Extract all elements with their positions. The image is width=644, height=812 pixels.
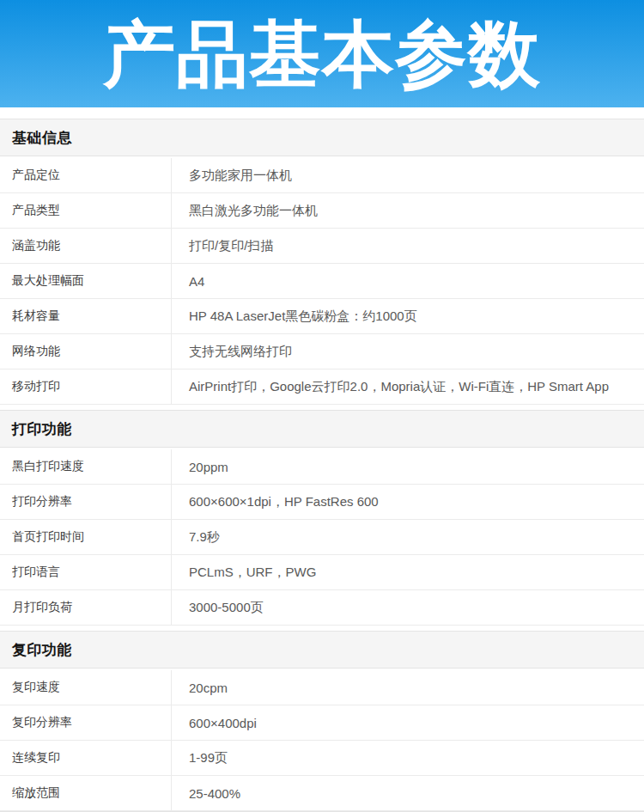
section-header: 基础信息 — [0, 119, 644, 156]
spec-label: 连续复印 — [0, 741, 172, 775]
section-header: 打印功能 — [0, 410, 644, 448]
section-rows: 黑白打印速度 20ppm 打印分辨率 600×600×1dpi，HP FastR… — [0, 449, 644, 626]
spec-label: 复印分辨率 — [0, 705, 172, 740]
spec-row: 月打印负荷 3000-5000页 — [0, 590, 644, 626]
spec-label: 产品定位 — [0, 158, 172, 192]
spec-section: 复印功能 复印速度 20cpm 复印分辨率 600×400dpi 连续复印 1-… — [0, 631, 644, 811]
spec-value: PCLmS，URF，PWG — [172, 555, 644, 589]
spec-value: 1-99页 — [172, 741, 644, 775]
spec-section: 打印功能 黑白打印速度 20ppm 打印分辨率 600×600×1dpi，HP … — [0, 410, 644, 626]
spec-value: 20ppm — [172, 449, 644, 484]
spec-label: 涵盖功能 — [0, 229, 172, 263]
section-rows: 复印速度 20cpm 复印分辨率 600×400dpi 连续复印 1-99页 缩… — [0, 670, 644, 811]
spec-label: 黑白打印速度 — [0, 449, 172, 484]
spec-value: 25-400% — [172, 776, 644, 810]
spec-label: 耗材容量 — [0, 299, 172, 333]
spec-label: 月打印负荷 — [0, 590, 172, 625]
spec-label: 打印分辨率 — [0, 485, 172, 519]
spec-value: 20cpm — [172, 670, 644, 705]
product-spec-page: 产品基本参数 基础信息 产品定位 多功能家用一体机 产品类型 黑白激光多功能一体… — [0, 0, 644, 812]
spec-label: 产品类型 — [0, 193, 172, 228]
spec-row: 复印速度 20cpm — [0, 670, 644, 705]
spec-value: 黑白激光多功能一体机 — [172, 193, 644, 228]
spec-label: 移动打印 — [0, 369, 172, 404]
section-rows: 产品定位 多功能家用一体机 产品类型 黑白激光多功能一体机 涵盖功能 打印/复印… — [0, 158, 644, 405]
spec-label: 打印语言 — [0, 555, 172, 589]
spec-label: 缩放范围 — [0, 776, 172, 810]
section-title: 基础信息 — [12, 128, 72, 148]
spec-label: 复印速度 — [0, 670, 172, 705]
spec-row: 打印语言 PCLmS，URF，PWG — [0, 555, 644, 590]
spec-row: 黑白打印速度 20ppm — [0, 449, 644, 485]
spec-label: 首页打印时间 — [0, 520, 172, 554]
spec-row: 耗材容量 HP 48A LaserJet黑色碳粉盒：约1000页 — [0, 299, 644, 334]
spec-row: 连续复印 1-99页 — [0, 741, 644, 776]
spec-row: 首页打印时间 7.9秒 — [0, 520, 644, 555]
spec-value: AirPrint打印，Google云打印2.0，Mopria认证，Wi-Fi直连… — [172, 369, 644, 404]
spec-value: 600×600×1dpi，HP FastRes 600 — [172, 485, 644, 519]
spec-label: 网络功能 — [0, 334, 172, 369]
banner: 产品基本参数 — [0, 0, 644, 107]
spec-value: 3000-5000页 — [172, 590, 644, 625]
spec-row: 缩放范围 25-400% — [0, 776, 644, 811]
spec-value: 打印/复印/扫描 — [172, 229, 644, 263]
spec-value: 7.9秒 — [172, 520, 644, 554]
spec-label: 最大处理幅面 — [0, 264, 172, 298]
spec-row: 涵盖功能 打印/复印/扫描 — [0, 229, 644, 264]
spec-row: 产品定位 多功能家用一体机 — [0, 158, 644, 193]
spec-row: 打印分辨率 600×600×1dpi，HP FastRes 600 — [0, 485, 644, 520]
spec-row: 产品类型 黑白激光多功能一体机 — [0, 193, 644, 229]
spec-row: 最大处理幅面 A4 — [0, 264, 644, 299]
spec-row: 复印分辨率 600×400dpi — [0, 705, 644, 741]
section-title: 复印功能 — [12, 640, 72, 660]
spec-value: 支持无线网络打印 — [172, 334, 644, 369]
spec-value: A4 — [172, 264, 644, 298]
spec-value: 600×400dpi — [172, 705, 644, 740]
page-title: 产品基本参数 — [103, 18, 541, 90]
spec-row: 移动打印 AirPrint打印，Google云打印2.0，Mopria认证，Wi… — [0, 369, 644, 405]
spec-section: 基础信息 产品定位 多功能家用一体机 产品类型 黑白激光多功能一体机 涵盖功能 … — [0, 119, 644, 405]
section-header: 复印功能 — [0, 631, 644, 669]
spec-value: HP 48A LaserJet黑色碳粉盒：约1000页 — [172, 299, 644, 333]
spec-table: 基础信息 产品定位 多功能家用一体机 产品类型 黑白激光多功能一体机 涵盖功能 … — [0, 107, 644, 811]
spec-row: 网络功能 支持无线网络打印 — [0, 334, 644, 369]
spec-value: 多功能家用一体机 — [172, 158, 644, 192]
section-title: 打印功能 — [12, 419, 72, 439]
